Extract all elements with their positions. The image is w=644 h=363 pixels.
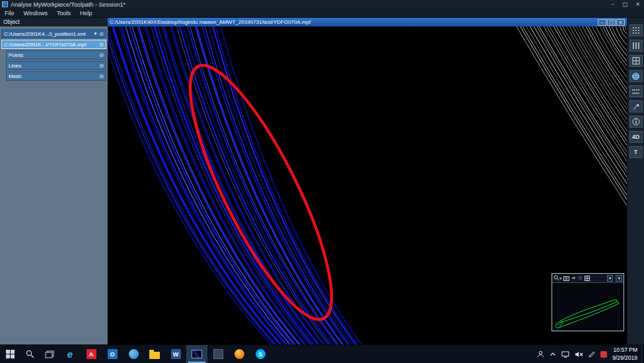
navigator-grid-button[interactable] <box>585 276 590 281</box>
firefox-icon <box>234 349 244 359</box>
task-view-icon <box>45 350 54 358</box>
navigator-panel: ▾ ∞ ☆ ▾ ▾ <box>552 273 624 331</box>
points-display-button[interactable] <box>629 24 643 36</box>
taskbar-app-file-explorer[interactable] <box>144 345 165 363</box>
window-titlebar: Analyse MyWorkpiece/Toolpath - Session1*… <box>0 0 644 9</box>
minimize-button[interactable]: – <box>606 0 619 9</box>
volume-muted-icon[interactable] <box>575 351 583 358</box>
flag-marker-button[interactable] <box>629 101 643 112</box>
navigator-minimap[interactable] <box>552 283 624 331</box>
eye-icon[interactable]: ⊙ <box>99 63 104 69</box>
info-button[interactable] <box>629 116 643 128</box>
mesh-display-button[interactable] <box>629 55 643 67</box>
windows-logo-icon <box>6 350 15 358</box>
points-grid-icon <box>632 26 640 34</box>
menu-tools[interactable]: Tools <box>52 10 75 17</box>
mail-app-icon: O <box>108 349 118 359</box>
pen-icon[interactable] <box>589 351 595 358</box>
chevron-down-icon[interactable]: ▾ <box>94 31 97 36</box>
tree-item-xml-file[interactable]: C:/Users/Z001K4...3_position1.xml ▾ ⊙ <box>1 29 106 38</box>
clock-date: 9/29/2019 <box>612 354 637 362</box>
navigator-camera-button[interactable] <box>563 276 569 281</box>
ie-icon: e <box>67 349 73 359</box>
chevron-down-icon: ▾ <box>559 276 561 280</box>
document-window: C:/Users/Z001K40X/Desktop/hogindu mawon_… <box>108 18 627 344</box>
word-icon: W <box>171 349 181 359</box>
eye-icon[interactable]: ⊙ <box>99 52 104 58</box>
4d-view-button[interactable]: 4D <box>629 131 643 143</box>
analyse-app-icon <box>192 350 202 358</box>
search-button[interactable] <box>20 345 40 363</box>
taskbar-app-red[interactable]: A <box>81 345 102 363</box>
menu-file[interactable]: File <box>0 10 19 17</box>
window-title: Analyse MyWorkpiece/Toolpath - Session1* <box>11 1 606 8</box>
start-button[interactable] <box>0 345 20 363</box>
ruler-dots-icon <box>631 88 640 95</box>
clock-time: 10:57 PM <box>612 346 637 354</box>
user-icon[interactable] <box>537 350 544 358</box>
taskbar-clock[interactable]: 10:57 PM 9/29/2019 <box>612 346 637 361</box>
taskbar-app-internet-explorer[interactable]: e <box>59 345 81 363</box>
doc-maximize-button[interactable]: □ <box>607 19 616 26</box>
sphere-view-button[interactable] <box>629 70 643 82</box>
menubar: File Windows Tools Help <box>0 9 644 18</box>
tree-item-points[interactable]: Points ⊙ <box>6 50 106 60</box>
task-view-button[interactable] <box>40 345 59 363</box>
toolpath-scene <box>108 26 627 344</box>
taskbar-app-dark[interactable] <box>207 345 229 363</box>
taskbar-app-skype[interactable]: S <box>250 345 271 363</box>
folder-icon <box>149 352 160 359</box>
tree-item-lines[interactable]: Lines ⊙ <box>6 61 106 70</box>
right-toolbar: 4D T <box>627 18 644 344</box>
maximize-button[interactable]: □ <box>619 0 631 9</box>
object-tree: C:/Users/Z001K4...3_position1.xml ▾ ⊙ C:… <box>0 26 108 82</box>
navigator-infinity-button[interactable]: ∞ <box>571 276 576 281</box>
browser-circle-icon <box>129 349 139 359</box>
doc-close-button[interactable]: × <box>616 19 625 26</box>
system-tray: 10:57 PM 9/29/2019 <box>534 345 641 363</box>
taskbar-app-analyse-active[interactable] <box>186 345 207 363</box>
navigator-zoom-button[interactable]: ▾ <box>554 275 561 281</box>
app-icon <box>2 1 8 7</box>
tree-item-mpf-file[interactable]: C:/Users/Z001K...t/YDFG070A.mpf ⊙ <box>1 40 106 49</box>
vertical-lines-icon <box>632 42 640 50</box>
object-panel: Object C:/Users/Z001K4...3_position1.xml… <box>0 18 108 344</box>
menu-help[interactable]: Help <box>75 10 97 17</box>
tree-item-mesh[interactable]: Mesh ⊙ <box>6 71 106 81</box>
dark-app-icon <box>213 349 223 359</box>
object-panel-header: Object <box>0 18 108 26</box>
search-icon <box>26 350 34 358</box>
measure-display-button[interactable] <box>629 85 643 97</box>
network-icon[interactable] <box>561 351 569 358</box>
sphere-icon <box>631 72 640 81</box>
eye-icon[interactable]: ⊙ <box>99 31 104 37</box>
close-button[interactable]: × <box>631 0 644 9</box>
menu-windows[interactable]: Windows <box>19 10 53 17</box>
lines-display-button[interactable] <box>629 40 643 52</box>
taskbar-app-mail[interactable]: O <box>102 345 123 363</box>
navigator-toolbar: ▾ ∞ ☆ ▾ ▾ <box>552 274 624 283</box>
eye-icon[interactable]: ⊙ <box>99 42 104 48</box>
viewport-canvas[interactable]: ▾ ∞ ☆ ▾ ▾ <box>108 26 627 344</box>
red-app-icon: A <box>87 349 96 359</box>
taskbar-app-firefox[interactable] <box>229 345 250 363</box>
notification-badge-icon[interactable] <box>600 351 607 358</box>
skype-icon: S <box>256 349 266 359</box>
document-title: C:/Users/Z001K40X/Desktop/hogindu mawon_… <box>110 19 598 25</box>
navigator-dropdown-1[interactable]: ▾ <box>607 275 614 282</box>
flag-icon <box>632 102 640 110</box>
taskbar: e A O W S <box>0 344 644 363</box>
navigator-dropdown-2[interactable]: ▾ <box>616 275 622 282</box>
chevron-up-icon[interactable] <box>550 352 556 356</box>
eye-icon[interactable]: ⊙ <box>99 73 104 79</box>
navigator-star-button[interactable]: ☆ <box>578 276 583 281</box>
show-desktop-button[interactable] <box>641 345 644 363</box>
screen: Analyse MyWorkpiece/Toolpath - Session1*… <box>0 0 644 363</box>
taskbar-app-word[interactable]: W <box>165 345 186 363</box>
taskbar-app-browser[interactable] <box>123 345 144 363</box>
info-icon <box>632 118 640 126</box>
tool-display-button[interactable]: T <box>629 146 643 158</box>
document-titlebar: C:/Users/Z001K40X/Desktop/hogindu mawon_… <box>108 18 627 26</box>
doc-minimize-button[interactable]: – <box>598 19 606 26</box>
mesh-grid-icon <box>632 57 640 65</box>
